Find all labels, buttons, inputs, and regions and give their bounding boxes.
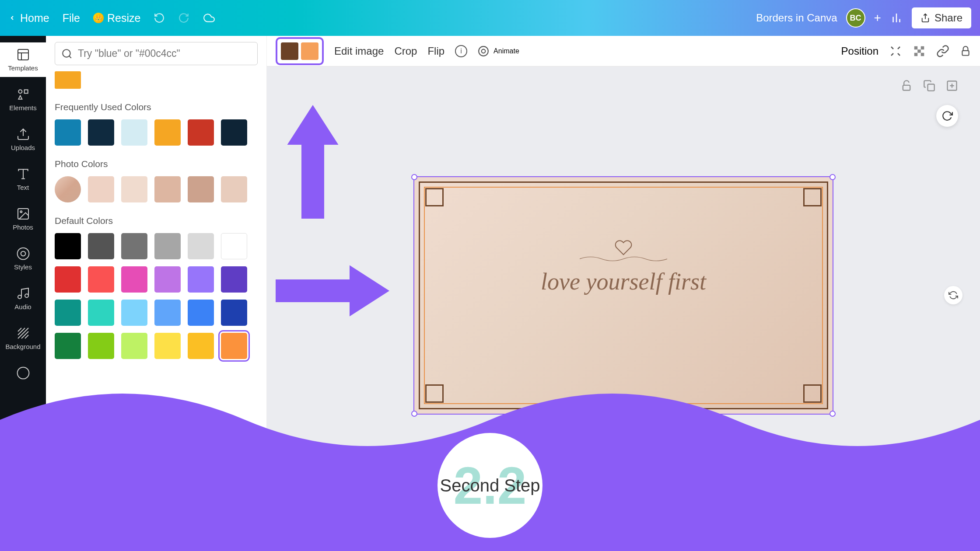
project-title[interactable]: Borders in Canva <box>756 12 837 24</box>
rail-text[interactable]: Text <box>0 162 46 196</box>
cloud-sync-icon[interactable] <box>203 12 216 24</box>
resize-handle-br[interactable] <box>830 411 836 417</box>
delete-icon[interactable] <box>617 475 630 487</box>
share-button[interactable]: Share <box>912 7 971 28</box>
color-pair-button[interactable] <box>276 37 324 65</box>
back-home-button[interactable]: Home <box>9 12 49 24</box>
rail-templates[interactable]: Templates <box>0 42 46 77</box>
color-swatch[interactable] <box>154 176 181 202</box>
color-swatch[interactable] <box>188 233 214 259</box>
color-swatch[interactable] <box>121 300 147 326</box>
svg-marker-9 <box>18 96 22 99</box>
color-swatch[interactable] <box>55 233 81 259</box>
color-swatch[interactable] <box>121 333 147 359</box>
analytics-icon[interactable] <box>890 11 903 24</box>
sync-button[interactable] <box>944 286 962 304</box>
more-icon[interactable] <box>639 475 651 487</box>
canvas-frame[interactable]: love yourself first <box>413 176 833 415</box>
svg-line-49 <box>946 533 949 537</box>
color-swatch[interactable] <box>88 333 114 359</box>
color-swatch[interactable] <box>88 119 114 146</box>
animate-icon <box>478 45 489 57</box>
color-swatch[interactable] <box>188 119 214 146</box>
color-swatch[interactable] <box>188 266 214 293</box>
color-swatch[interactable] <box>221 300 247 326</box>
rail-photos[interactable]: Photos <box>0 202 46 236</box>
color-swatch[interactable] <box>188 176 214 202</box>
page-count-icon[interactable]: 1 <box>920 532 932 544</box>
link-icon[interactable] <box>936 45 949 58</box>
color-swatch[interactable] <box>121 119 147 146</box>
redo-icon[interactable] <box>178 12 189 24</box>
copy-icon[interactable] <box>595 475 608 487</box>
current-swatch[interactable] <box>55 71 81 89</box>
color-swatch[interactable] <box>121 233 147 259</box>
add-another-button[interactable]: + Add another ... <box>55 512 258 545</box>
color-search[interactable] <box>55 42 258 65</box>
photo-main-swatch[interactable] <box>55 176 81 202</box>
rail-audio[interactable]: Audio <box>0 281 46 316</box>
refresh-icon <box>942 110 953 122</box>
rail-uploads[interactable]: Uploads <box>0 122 46 157</box>
color-swatch[interactable] <box>188 300 214 326</box>
avatar[interactable]: BC <box>846 8 865 28</box>
fullscreen-icon[interactable] <box>939 532 951 544</box>
color-swatch[interactable] <box>154 233 181 259</box>
color-swatch[interactable] <box>221 333 247 359</box>
rail-more[interactable] <box>0 361 46 385</box>
lock-icon[interactable] <box>960 45 971 58</box>
top-bar-left: Home File 👑 Resize <box>9 12 216 24</box>
color-swatch[interactable] <box>188 333 214 359</box>
notes-button[interactable]: Notes <box>293 532 319 544</box>
color-swatch[interactable] <box>154 300 181 326</box>
freq-section: Frequently Used Colors ⌄ <box>55 102 258 146</box>
add-collaborator-icon[interactable]: + <box>874 11 881 25</box>
color-swatch[interactable] <box>221 119 247 146</box>
color-swatch[interactable] <box>221 176 247 202</box>
color-swatch[interactable] <box>221 233 247 259</box>
svg-rect-4 <box>18 49 28 60</box>
color-swatch[interactable] <box>55 266 81 293</box>
rail-styles[interactable]: Styles <box>0 241 46 276</box>
position-button[interactable]: Position <box>841 45 878 57</box>
rail-background[interactable]: Background <box>0 321 46 356</box>
sync-icon <box>948 290 958 300</box>
edit-image-button[interactable]: Edit image <box>334 45 384 57</box>
help-icon[interactable]: ? <box>958 531 971 544</box>
svg-rect-31 <box>917 49 921 53</box>
animate-button[interactable]: Animate <box>478 45 519 57</box>
undo-icon[interactable] <box>154 12 165 24</box>
rail-elements[interactable]: Elements <box>0 82 46 117</box>
color-swatch[interactable] <box>121 176 147 202</box>
color-swatch[interactable] <box>121 266 147 293</box>
transparency-icon[interactable] <box>913 45 926 58</box>
crop-button[interactable]: Crop <box>394 45 417 57</box>
resize-handle-bl[interactable] <box>411 411 417 417</box>
spread-icon[interactable] <box>889 45 902 58</box>
color-swatch[interactable] <box>55 300 81 326</box>
color-swatch[interactable] <box>154 119 181 146</box>
resize-button[interactable]: 👑 Resize <box>93 12 140 24</box>
color-swatch[interactable] <box>154 266 181 293</box>
text-icon <box>16 167 30 181</box>
resize-handle-tr[interactable] <box>830 174 836 180</box>
file-button[interactable]: File <box>63 12 80 24</box>
color-swatch[interactable] <box>88 300 114 326</box>
color-swatch[interactable] <box>88 176 114 202</box>
flip-button[interactable]: Flip <box>427 45 444 57</box>
unlock-page-icon[interactable] <box>900 80 913 92</box>
color-swatch[interactable] <box>88 266 114 293</box>
duplicate-page-icon[interactable] <box>923 80 935 92</box>
color-swatch[interactable] <box>55 119 81 146</box>
add-page-icon[interactable] <box>946 80 958 92</box>
color-swatch[interactable] <box>88 233 114 259</box>
refresh-button[interactable] <box>936 105 958 127</box>
color-swatch[interactable] <box>55 333 81 359</box>
color-swatch[interactable] <box>221 266 247 293</box>
info-icon[interactable]: i <box>455 45 467 57</box>
home-label: Home <box>20 12 49 24</box>
color-swatch[interactable] <box>154 333 181 359</box>
floating-toolbar <box>587 470 660 492</box>
resize-handle-tl[interactable] <box>411 174 417 180</box>
color-search-input[interactable] <box>78 48 251 59</box>
